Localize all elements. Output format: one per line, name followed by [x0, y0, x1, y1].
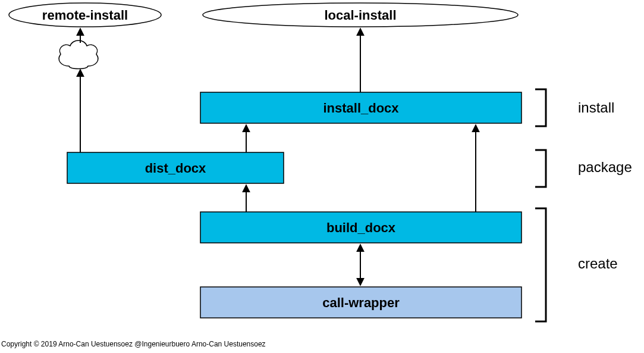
cloud-icon	[59, 40, 98, 69]
label-call-wrapper: call-wrapper	[322, 295, 400, 310]
bracket-package	[535, 150, 546, 187]
label-local-install: local-install	[324, 8, 396, 23]
node-dist-docx: dist_docx	[67, 152, 284, 183]
stage-label-install: install	[578, 99, 614, 115]
label-dist-docx: dist_docx	[145, 161, 206, 176]
stage-label-package: package	[578, 159, 632, 175]
label-remote-install: remote-install	[42, 8, 128, 23]
bracket-create	[535, 208, 546, 321]
label-build-docx: build_docx	[326, 220, 396, 235]
node-install-docx: install_docx	[200, 92, 522, 123]
bracket-install	[535, 89, 546, 126]
node-build-docx: build_docx	[200, 212, 522, 243]
stage-label-create: create	[578, 255, 618, 271]
node-call-wrapper: call-wrapper	[200, 287, 522, 318]
node-remote-install: remote-install	[9, 3, 161, 27]
footer-copyright: Copyright © 2019 Arno-Can Uestuensoez @I…	[1, 340, 266, 348]
label-install-docx: install_docx	[323, 101, 399, 115]
node-local-install: local-install	[203, 3, 518, 27]
